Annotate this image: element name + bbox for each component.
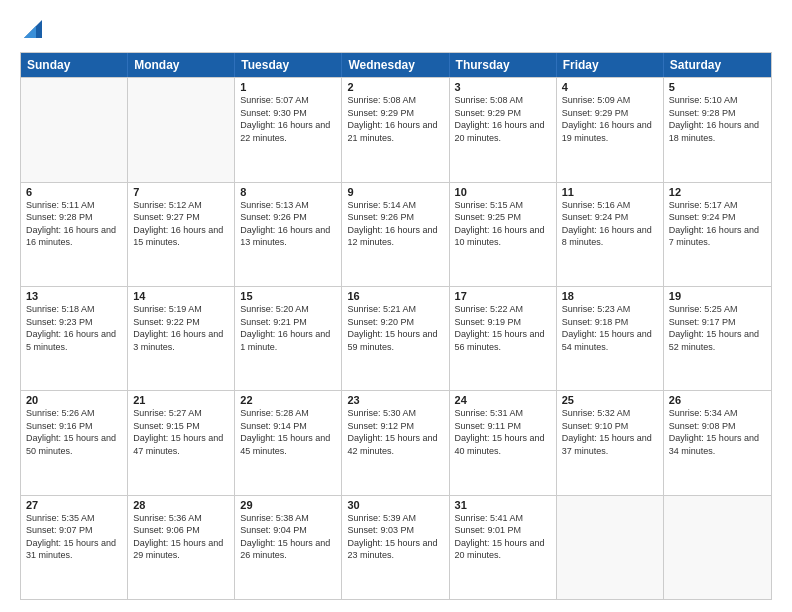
day-number: 5	[669, 81, 766, 93]
sun-info: Sunrise: 5:38 AMSunset: 9:04 PMDaylight:…	[240, 512, 336, 562]
sun-info: Sunrise: 5:07 AMSunset: 9:30 PMDaylight:…	[240, 94, 336, 144]
day-number: 19	[669, 290, 766, 302]
day-number: 26	[669, 394, 766, 406]
sun-info: Sunrise: 5:32 AMSunset: 9:10 PMDaylight:…	[562, 407, 658, 457]
calendar-row-4: 20Sunrise: 5:26 AMSunset: 9:16 PMDayligh…	[21, 390, 771, 494]
sun-info: Sunrise: 5:35 AMSunset: 9:07 PMDaylight:…	[26, 512, 122, 562]
sun-info: Sunrise: 5:39 AMSunset: 9:03 PMDaylight:…	[347, 512, 443, 562]
day-number: 25	[562, 394, 658, 406]
sun-info: Sunrise: 5:23 AMSunset: 9:18 PMDaylight:…	[562, 303, 658, 353]
day-number: 6	[26, 186, 122, 198]
day-number: 24	[455, 394, 551, 406]
calendar-cell: 13Sunrise: 5:18 AMSunset: 9:23 PMDayligh…	[21, 287, 128, 390]
day-number: 9	[347, 186, 443, 198]
sun-info: Sunrise: 5:17 AMSunset: 9:24 PMDaylight:…	[669, 199, 766, 249]
day-number: 18	[562, 290, 658, 302]
day-number: 15	[240, 290, 336, 302]
calendar-cell: 8Sunrise: 5:13 AMSunset: 9:26 PMDaylight…	[235, 183, 342, 286]
calendar-cell: 29Sunrise: 5:38 AMSunset: 9:04 PMDayligh…	[235, 496, 342, 599]
calendar-row-5: 27Sunrise: 5:35 AMSunset: 9:07 PMDayligh…	[21, 495, 771, 599]
calendar-cell: 2Sunrise: 5:08 AMSunset: 9:29 PMDaylight…	[342, 78, 449, 181]
header-day-monday: Monday	[128, 53, 235, 77]
day-number: 13	[26, 290, 122, 302]
calendar-cell: 26Sunrise: 5:34 AMSunset: 9:08 PMDayligh…	[664, 391, 771, 494]
calendar-header-row: SundayMondayTuesdayWednesdayThursdayFrid…	[21, 53, 771, 77]
sun-info: Sunrise: 5:34 AMSunset: 9:08 PMDaylight:…	[669, 407, 766, 457]
sun-info: Sunrise: 5:13 AMSunset: 9:26 PMDaylight:…	[240, 199, 336, 249]
calendar-cell: 12Sunrise: 5:17 AMSunset: 9:24 PMDayligh…	[664, 183, 771, 286]
day-number: 20	[26, 394, 122, 406]
calendar-cell	[664, 496, 771, 599]
header-day-thursday: Thursday	[450, 53, 557, 77]
day-number: 3	[455, 81, 551, 93]
calendar-cell: 4Sunrise: 5:09 AMSunset: 9:29 PMDaylight…	[557, 78, 664, 181]
header-day-saturday: Saturday	[664, 53, 771, 77]
day-number: 27	[26, 499, 122, 511]
day-number: 8	[240, 186, 336, 198]
calendar-row-3: 13Sunrise: 5:18 AMSunset: 9:23 PMDayligh…	[21, 286, 771, 390]
day-number: 12	[669, 186, 766, 198]
sun-info: Sunrise: 5:19 AMSunset: 9:22 PMDaylight:…	[133, 303, 229, 353]
sun-info: Sunrise: 5:14 AMSunset: 9:26 PMDaylight:…	[347, 199, 443, 249]
day-number: 30	[347, 499, 443, 511]
day-number: 11	[562, 186, 658, 198]
day-number: 22	[240, 394, 336, 406]
day-number: 1	[240, 81, 336, 93]
sun-info: Sunrise: 5:16 AMSunset: 9:24 PMDaylight:…	[562, 199, 658, 249]
calendar-cell: 5Sunrise: 5:10 AMSunset: 9:28 PMDaylight…	[664, 78, 771, 181]
day-number: 29	[240, 499, 336, 511]
calendar-cell: 15Sunrise: 5:20 AMSunset: 9:21 PMDayligh…	[235, 287, 342, 390]
calendar-cell	[21, 78, 128, 181]
day-number: 14	[133, 290, 229, 302]
calendar-cell: 28Sunrise: 5:36 AMSunset: 9:06 PMDayligh…	[128, 496, 235, 599]
sun-info: Sunrise: 5:27 AMSunset: 9:15 PMDaylight:…	[133, 407, 229, 457]
calendar-cell: 14Sunrise: 5:19 AMSunset: 9:22 PMDayligh…	[128, 287, 235, 390]
day-number: 2	[347, 81, 443, 93]
day-number: 31	[455, 499, 551, 511]
page: SundayMondayTuesdayWednesdayThursdayFrid…	[0, 0, 792, 612]
calendar-cell	[557, 496, 664, 599]
header	[20, 18, 772, 42]
sun-info: Sunrise: 5:22 AMSunset: 9:19 PMDaylight:…	[455, 303, 551, 353]
calendar-cell: 24Sunrise: 5:31 AMSunset: 9:11 PMDayligh…	[450, 391, 557, 494]
sun-info: Sunrise: 5:41 AMSunset: 9:01 PMDaylight:…	[455, 512, 551, 562]
sun-info: Sunrise: 5:12 AMSunset: 9:27 PMDaylight:…	[133, 199, 229, 249]
calendar-cell: 7Sunrise: 5:12 AMSunset: 9:27 PMDaylight…	[128, 183, 235, 286]
sun-info: Sunrise: 5:08 AMSunset: 9:29 PMDaylight:…	[455, 94, 551, 144]
calendar-row-1: 1Sunrise: 5:07 AMSunset: 9:30 PMDaylight…	[21, 77, 771, 181]
calendar-cell: 17Sunrise: 5:22 AMSunset: 9:19 PMDayligh…	[450, 287, 557, 390]
calendar-cell: 25Sunrise: 5:32 AMSunset: 9:10 PMDayligh…	[557, 391, 664, 494]
sun-info: Sunrise: 5:08 AMSunset: 9:29 PMDaylight:…	[347, 94, 443, 144]
sun-info: Sunrise: 5:30 AMSunset: 9:12 PMDaylight:…	[347, 407, 443, 457]
sun-info: Sunrise: 5:20 AMSunset: 9:21 PMDaylight:…	[240, 303, 336, 353]
day-number: 21	[133, 394, 229, 406]
day-number: 4	[562, 81, 658, 93]
day-number: 10	[455, 186, 551, 198]
sun-info: Sunrise: 5:15 AMSunset: 9:25 PMDaylight:…	[455, 199, 551, 249]
day-number: 16	[347, 290, 443, 302]
sun-info: Sunrise: 5:21 AMSunset: 9:20 PMDaylight:…	[347, 303, 443, 353]
calendar-cell: 22Sunrise: 5:28 AMSunset: 9:14 PMDayligh…	[235, 391, 342, 494]
calendar-cell: 18Sunrise: 5:23 AMSunset: 9:18 PMDayligh…	[557, 287, 664, 390]
calendar-cell: 27Sunrise: 5:35 AMSunset: 9:07 PMDayligh…	[21, 496, 128, 599]
header-day-sunday: Sunday	[21, 53, 128, 77]
day-number: 28	[133, 499, 229, 511]
sun-info: Sunrise: 5:10 AMSunset: 9:28 PMDaylight:…	[669, 94, 766, 144]
logo-icon	[22, 14, 44, 42]
calendar-cell: 20Sunrise: 5:26 AMSunset: 9:16 PMDayligh…	[21, 391, 128, 494]
sun-info: Sunrise: 5:36 AMSunset: 9:06 PMDaylight:…	[133, 512, 229, 562]
day-number: 17	[455, 290, 551, 302]
sun-info: Sunrise: 5:18 AMSunset: 9:23 PMDaylight:…	[26, 303, 122, 353]
sun-info: Sunrise: 5:09 AMSunset: 9:29 PMDaylight:…	[562, 94, 658, 144]
calendar-cell: 10Sunrise: 5:15 AMSunset: 9:25 PMDayligh…	[450, 183, 557, 286]
sun-info: Sunrise: 5:31 AMSunset: 9:11 PMDaylight:…	[455, 407, 551, 457]
calendar-cell: 6Sunrise: 5:11 AMSunset: 9:28 PMDaylight…	[21, 183, 128, 286]
calendar-cell: 1Sunrise: 5:07 AMSunset: 9:30 PMDaylight…	[235, 78, 342, 181]
sun-info: Sunrise: 5:28 AMSunset: 9:14 PMDaylight:…	[240, 407, 336, 457]
calendar-cell: 31Sunrise: 5:41 AMSunset: 9:01 PMDayligh…	[450, 496, 557, 599]
calendar-cell	[128, 78, 235, 181]
header-day-tuesday: Tuesday	[235, 53, 342, 77]
calendar-body: 1Sunrise: 5:07 AMSunset: 9:30 PMDaylight…	[21, 77, 771, 599]
calendar-cell: 3Sunrise: 5:08 AMSunset: 9:29 PMDaylight…	[450, 78, 557, 181]
logo	[20, 18, 44, 42]
